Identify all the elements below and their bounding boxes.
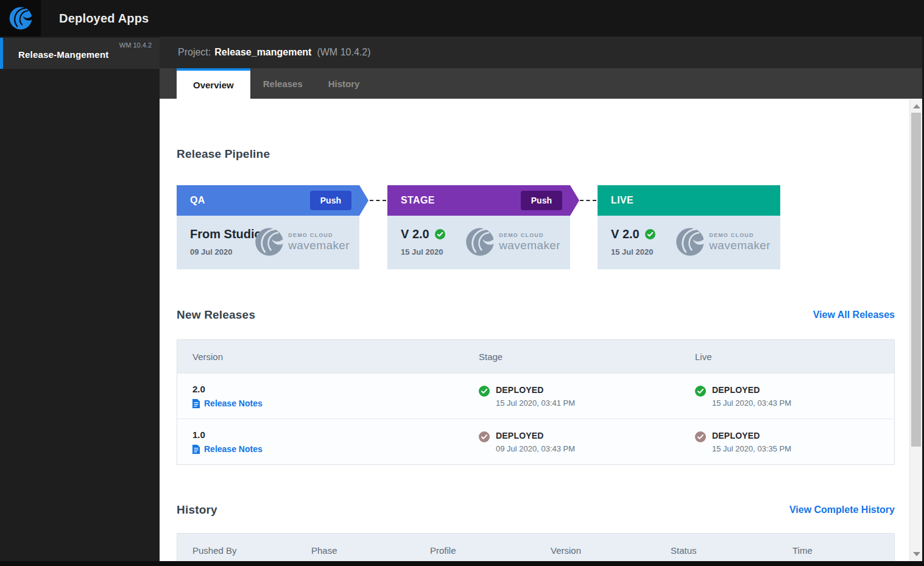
qa-stage-name: QA <box>190 195 205 206</box>
status-label: DEPLOYED <box>496 431 575 440</box>
vertical-scrollbar[interactable] <box>909 99 922 561</box>
document-icon <box>192 399 200 408</box>
wavemaker-cloud-icon <box>674 226 706 258</box>
sidebar-item-label: Release-Mangement <box>18 49 108 60</box>
release-pipeline-heading: Release Pipeline <box>177 147 924 161</box>
sidebar-item-version: WM 10.4.2 <box>119 41 152 49</box>
stage-stage-name: STAGE <box>401 195 435 206</box>
app-title: Deployed Apps <box>59 12 149 26</box>
app-window: Deployed Apps WM 10.4.2 Release-Mangemen… <box>0 0 924 566</box>
column-status: Status <box>671 545 792 556</box>
demo-cloud-label: DEMO CLOUD <box>288 232 350 238</box>
column-stage: Stage <box>479 352 695 362</box>
column-time: Time <box>792 545 894 556</box>
table-row: 1.0 Release Notes <box>177 419 894 464</box>
stage-version-label: V 2.0 <box>401 227 429 241</box>
version-number: 1.0 <box>192 430 479 440</box>
demo-cloud-label: DEMO CLOUD <box>499 232 560 238</box>
release-notes-link[interactable]: Release Notes <box>192 398 479 408</box>
tab-bar: Overview Releases History <box>160 68 924 99</box>
live-status-cell: DEPLOYED 15 Jul 2020, 03:43 PM <box>695 385 894 408</box>
deployed-check-icon-muted <box>479 431 490 442</box>
qa-deploy-date: 09 Jul 2020 <box>190 247 232 256</box>
tab-releases[interactable]: Releases <box>250 68 316 99</box>
wavemaker-cloud-icon <box>464 226 496 258</box>
scroll-up-arrow-icon[interactable] <box>913 104 920 108</box>
qa-cloud-logo: DEMO CLOUD wavemaker <box>253 226 350 258</box>
success-check-icon <box>435 229 445 239</box>
wavemaker-label: wavemaker <box>288 239 350 252</box>
deployed-check-icon <box>695 386 706 397</box>
pipeline-stage-live: LIVE V 2.0 15 Jul 2020 <box>598 185 780 269</box>
stage-stage-header: STAGE Push <box>387 185 570 216</box>
history-heading: History <box>177 503 217 517</box>
table-row: 2.0 Release Notes <box>177 373 894 419</box>
project-label: Project: <box>178 47 211 58</box>
sidebar: WM 10.4.2 Release-Mangement <box>0 37 160 566</box>
live-stage-header: LIVE <box>598 185 780 216</box>
tab-overview[interactable]: Overview <box>177 68 250 99</box>
wavemaker-logo-icon <box>8 5 34 31</box>
scroll-down-arrow-icon[interactable] <box>913 552 920 556</box>
stage-deploy-date: 15 Jul 2020 <box>401 247 443 256</box>
status-time: 15 Jul 2020, 03:41 PM <box>496 398 575 408</box>
pipeline-stage-qa: QA Push From Studio 09 Jul 2020 <box>177 185 359 269</box>
qa-version-label: From Studio <box>190 227 262 241</box>
status-label: DEPLOYED <box>496 385 575 395</box>
stage-cloud-logo: DEMO CLOUD wavemaker <box>464 226 560 258</box>
new-releases-heading: New Releases <box>177 308 255 322</box>
column-pushed-by: Pushed By <box>192 545 311 556</box>
stage-status-cell: DEPLOYED 09 Jul 2020, 03:43 PM <box>479 431 695 453</box>
wavemaker-label: wavemaker <box>499 239 560 252</box>
live-status-cell: DEPLOYED 15 Jul 2020, 03:35 PM <box>695 431 894 453</box>
live-stage-name: LIVE <box>611 195 633 206</box>
sidebar-item-release-management[interactable]: WM 10.4.2 Release-Mangement <box>0 38 160 69</box>
stage-stage-body: V 2.0 15 Jul 2020 <box>387 216 570 269</box>
status-label: DEPLOYED <box>712 431 791 440</box>
project-name: Release_mangement <box>214 47 311 58</box>
deployed-check-icon <box>479 386 490 397</box>
column-version: Version <box>551 545 671 556</box>
project-header: Project: Release_mangement (WM 10.4.2) <box>160 37 924 68</box>
project-version: (WM 10.4.2) <box>317 47 370 58</box>
version-cell: 1.0 Release Notes <box>192 430 479 454</box>
pipeline-connector-stage-live <box>580 200 596 201</box>
topbar: Deployed Apps <box>0 0 924 37</box>
live-deploy-date: 15 Jul 2020 <box>611 247 653 256</box>
overview-content: Release Pipeline QA Push From Studio <box>160 99 924 566</box>
status-label: DEPLOYED <box>712 385 791 395</box>
status-time: 15 Jul 2020, 03:35 PM <box>712 444 791 453</box>
qa-push-button[interactable]: Push <box>310 191 351 210</box>
document-icon <box>192 445 200 454</box>
wavemaker-logo <box>0 0 41 37</box>
stage-status-cell: DEPLOYED 15 Jul 2020, 03:41 PM <box>479 385 695 408</box>
pipeline-stage-stage: STAGE Push V 2.0 15 Jul 2020 <box>387 185 570 269</box>
version-number: 2.0 <box>192 384 479 394</box>
version-cell: 2.0 Release Notes <box>192 384 479 408</box>
status-time: 09 Jul 2020, 03:43 PM <box>496 444 575 453</box>
release-notes-link[interactable]: Release Notes <box>192 444 479 454</box>
column-phase: Phase <box>311 545 430 556</box>
wavemaker-label: wavemaker <box>709 239 771 252</box>
main-panel: Project: Release_mangement (WM 10.4.2) O… <box>160 37 924 566</box>
deployed-check-icon-muted <box>695 431 706 442</box>
pipeline-connector-qa-stage <box>370 200 386 201</box>
live-stage-body: V 2.0 15 Jul 2020 <box>598 216 780 269</box>
new-releases-table-header: Version Stage Live <box>177 340 894 373</box>
release-pipeline: QA Push From Studio 09 Jul 2020 <box>177 185 786 269</box>
wavemaker-cloud-icon <box>253 226 285 258</box>
tab-history[interactable]: History <box>316 68 373 99</box>
window-bottom-border <box>0 561 924 566</box>
scrollbar-thumb[interactable] <box>911 113 921 447</box>
view-complete-history-link[interactable]: View Complete History <box>789 504 895 515</box>
view-all-releases-link[interactable]: View All Releases <box>813 310 895 320</box>
status-time: 15 Jul 2020, 03:43 PM <box>712 398 791 408</box>
new-releases-table: Version Stage Live 2.0 <box>177 339 895 465</box>
demo-cloud-label: DEMO CLOUD <box>709 232 771 238</box>
stage-push-button[interactable]: Push <box>521 191 562 210</box>
success-check-icon <box>645 229 655 239</box>
column-live: Live <box>695 352 894 362</box>
column-version: Version <box>192 352 479 362</box>
qa-stage-body: From Studio 09 Jul 2020 <box>177 216 359 269</box>
qa-stage-header: QA Push <box>177 185 359 216</box>
